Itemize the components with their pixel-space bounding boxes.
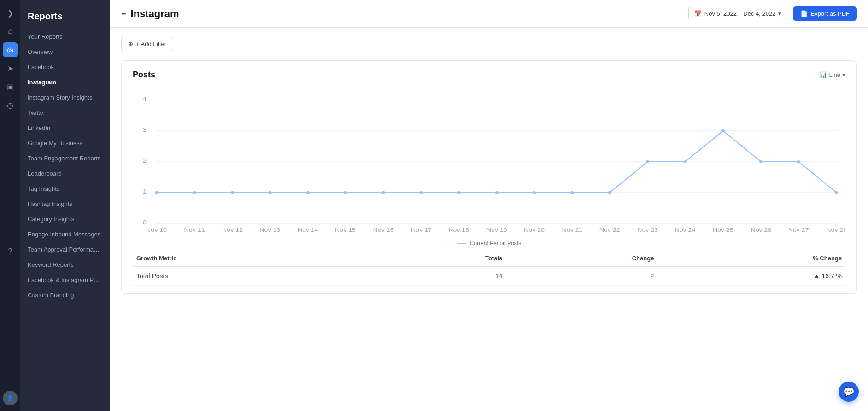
growth-table: Growth Metric Totals Change % Change Tot… <box>133 250 845 286</box>
svg-text:Nov 26: Nov 26 <box>751 227 771 233</box>
sidebar-item[interactable]: Custom Branding <box>20 288 110 303</box>
topbar-left: ≡ Instagram <box>121 8 179 20</box>
svg-point-36 <box>420 191 423 194</box>
svg-point-39 <box>533 191 536 194</box>
posts-section-header: Posts 📊 Line ▾ <box>133 70 845 80</box>
reports-nav-icon[interactable]: ◎ <box>3 42 18 57</box>
help-icon[interactable]: ? <box>3 244 18 259</box>
svg-point-44 <box>721 129 725 132</box>
svg-point-46 <box>797 160 800 163</box>
inbox-icon[interactable]: ▣ <box>3 79 18 94</box>
svg-text:0: 0 <box>142 219 147 226</box>
date-range-label: Nov 5, 2022 – Dec 4, 2022 <box>704 10 776 17</box>
legend-line-icon <box>457 243 466 244</box>
sidebar-item[interactable]: Keyword Reports <box>20 257 110 272</box>
svg-point-37 <box>457 191 461 194</box>
svg-text:Nov 21: Nov 21 <box>562 227 583 233</box>
svg-point-41 <box>608 191 611 194</box>
sidebar-item[interactable]: Category Insights <box>20 211 110 227</box>
metric-cell: Total Posts <box>133 267 379 286</box>
posts-chart: 4 3 2 1 0 Nov 10 Nov 11 Nov 12 <box>133 87 845 247</box>
chat-icon: 💬 <box>843 386 855 397</box>
svg-text:1: 1 <box>142 188 147 195</box>
page-title: Instagram <box>131 8 179 20</box>
sidebar-item[interactable]: Instagram <box>20 75 110 90</box>
topbar: ≡ Instagram 📅 Nov 5, 2022 – Dec 4, 2022 … <box>110 0 868 28</box>
content-area: ⊕ + Add Filter Posts 📊 Line ▾ 4 3 <box>110 28 868 411</box>
sidebar: Reports Your ReportsOverviewFacebookInst… <box>20 0 110 411</box>
sidebar-item[interactable]: Team Approval Performance <box>20 242 110 257</box>
svg-text:4: 4 <box>142 96 147 102</box>
sidebar-title: Reports <box>20 7 110 29</box>
sidebar-item[interactable]: Engage Inbound Messages <box>20 227 110 242</box>
svg-text:Nov 15: Nov 15 <box>335 227 356 233</box>
svg-point-38 <box>495 191 499 194</box>
send-icon[interactable]: ➤ <box>3 61 18 76</box>
col-change: Change <box>506 250 657 267</box>
svg-text:Nov 19: Nov 19 <box>487 227 507 233</box>
chevron-down-icon: ▾ <box>778 10 781 17</box>
svg-point-43 <box>683 160 687 163</box>
sidebar-item[interactable]: Tag Insights <box>20 181 110 196</box>
analytics-icon[interactable]: ◷ <box>3 98 18 112</box>
chart-type-button[interactable]: 📊 Line ▾ <box>820 71 845 78</box>
sidebar-item[interactable]: Twitter <box>20 105 110 120</box>
svg-text:Nov 22: Nov 22 <box>599 227 620 233</box>
pct-change-cell: ▲ 16.7 % <box>657 267 845 286</box>
svg-text:Nov 18: Nov 18 <box>448 227 469 233</box>
posts-section-title: Posts <box>133 70 155 80</box>
avatar[interactable]: 👤 <box>3 391 18 405</box>
chat-button[interactable]: 💬 <box>839 382 859 402</box>
plus-icon: ⊕ <box>128 41 133 47</box>
sidebar-item[interactable]: Instagram Story Insights <box>20 90 110 105</box>
svg-point-34 <box>344 191 347 194</box>
svg-point-30 <box>193 191 196 194</box>
svg-point-33 <box>306 191 310 194</box>
icon-rail: ❯ ⌂ ◎ ➤ ▣ ◷ ? 👤 <box>0 0 20 411</box>
svg-point-45 <box>759 160 763 163</box>
sidebar-item[interactable]: Overview <box>20 44 110 59</box>
chevron-down-icon: ▾ <box>842 71 845 78</box>
topbar-right: 📅 Nov 5, 2022 – Dec 4, 2022 ▾ 📄 Export a… <box>688 6 857 21</box>
export-icon: 📄 <box>800 10 808 17</box>
col-pct-change: % Change <box>657 250 845 267</box>
svg-text:Nov 20: Nov 20 <box>524 227 545 233</box>
export-pdf-button[interactable]: 📄 Export as PDF <box>793 6 857 21</box>
table-row: Total Posts 14 2 ▲ 16.7 % <box>133 267 845 286</box>
svg-text:Nov 23: Nov 23 <box>637 227 658 233</box>
col-growth-metric: Growth Metric <box>133 250 379 267</box>
sidebar-item[interactable]: Google My Business <box>20 135 110 151</box>
svg-point-35 <box>381 191 385 194</box>
date-picker[interactable]: 📅 Nov 5, 2022 – Dec 4, 2022 ▾ <box>688 7 788 20</box>
svg-text:Nov 11: Nov 11 <box>184 227 205 233</box>
chart-legend: Current Period Posts <box>133 240 845 247</box>
svg-text:Nov 28: Nov 28 <box>826 227 845 233</box>
svg-text:2: 2 <box>142 158 147 164</box>
svg-text:Nov 14: Nov 14 <box>298 227 318 233</box>
add-filter-button[interactable]: ⊕ + Add Filter <box>121 37 173 51</box>
hamburger-icon[interactable]: ≡ <box>121 9 126 18</box>
svg-point-40 <box>570 191 574 194</box>
svg-text:Nov 27: Nov 27 <box>788 227 809 233</box>
svg-text:Nov 12: Nov 12 <box>222 227 243 233</box>
chart-icon: 📊 <box>820 71 827 78</box>
change-cell: 2 <box>506 267 657 286</box>
sidebar-item[interactable]: Facebook <box>20 59 110 75</box>
sidebar-item[interactable]: Team Engagement Reports <box>20 151 110 166</box>
svg-point-29 <box>155 191 158 194</box>
svg-point-32 <box>268 191 272 194</box>
svg-point-42 <box>646 160 650 163</box>
sidebar-item[interactable]: Hashtag Insights <box>20 196 110 211</box>
svg-text:3: 3 <box>142 127 147 133</box>
home-icon[interactable]: ⌂ <box>3 24 18 39</box>
posts-section: Posts 📊 Line ▾ 4 3 2 1 0 <box>121 60 857 294</box>
sidebar-item[interactable]: Leaderboard <box>20 166 110 181</box>
legend-label: Current Period Posts <box>470 240 521 247</box>
calendar-icon: 📅 <box>694 10 702 17</box>
sidebar-item[interactable]: Facebook & Instagram Paid Performance <box>20 272 110 288</box>
sidebar-item[interactable]: LinkedIn <box>20 120 110 135</box>
logo-icon[interactable]: ❯ <box>3 6 18 20</box>
svg-point-47 <box>835 191 839 194</box>
sidebar-item[interactable]: Your Reports <box>20 29 110 44</box>
chart-svg: 4 3 2 1 0 Nov 10 Nov 11 Nov 12 <box>133 87 845 235</box>
